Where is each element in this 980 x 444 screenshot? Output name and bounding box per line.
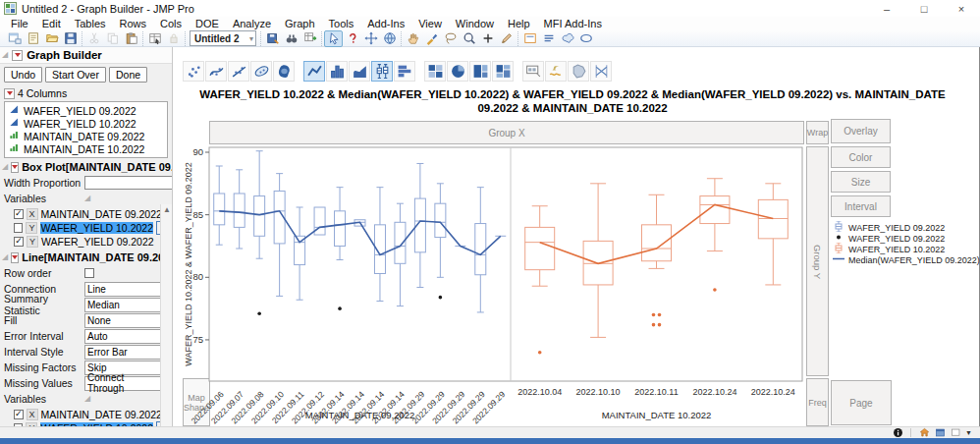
paste-icon[interactable]: [122, 30, 140, 47]
legend-item[interactable]: WAFER_YIELD 10.2022: [833, 244, 980, 254]
palette-contour-icon[interactable]: [273, 61, 295, 82]
size-zone[interactable]: Size: [831, 171, 891, 193]
undo-button[interactable]: Undo: [4, 67, 42, 83]
legend-item[interactable]: WAFER_YIELD 09.2022: [833, 222, 980, 233]
checked-checkbox[interactable]: ✓: [14, 209, 24, 219]
menu-item-tools[interactable]: Tools: [322, 17, 361, 30]
red-triangle-menu-icon[interactable]: [4, 88, 15, 99]
binoculars-icon[interactable]: [282, 30, 300, 47]
variable-row[interactable]: ✓XMAINTAIN_DATE 09.2022⬆: [0, 408, 172, 420]
annotate-lines-icon[interactable]: [539, 30, 558, 47]
grabber-hand-icon[interactable]: [404, 30, 422, 47]
legend-item[interactable]: WAFER_YIELD 09.2022: [833, 233, 980, 244]
collapse-triangle-icon[interactable]: ◢: [84, 395, 90, 403]
globe-icon[interactable]: [380, 30, 399, 47]
palette-map-shapes-icon[interactable]: [568, 61, 589, 82]
menu-item-view[interactable]: View: [411, 17, 449, 30]
menu-item-rows[interactable]: Rows: [113, 17, 154, 30]
palette-heatmap-icon[interactable]: [424, 61, 446, 82]
panel-scrollbar[interactable]: ▲ ▼: [160, 204, 173, 426]
wrap-zone[interactable]: Wrap: [806, 121, 829, 144]
menu-item-add-ins[interactable]: Add-Ins: [360, 17, 411, 30]
palette-line-of-fit-icon[interactable]: [228, 61, 249, 82]
interval-zone[interactable]: Interval: [831, 195, 891, 217]
variable-row[interactable]: ✓XMAINTAIN_DATE 09.2022⬆: [0, 207, 172, 220]
column-item[interactable]: WAFER_YIELD 10.2022: [5, 117, 167, 130]
palette-bar-icon[interactable]: [326, 61, 348, 82]
color-zone[interactable]: Color: [831, 146, 891, 168]
checked-checkbox[interactable]: ✓: [14, 410, 24, 419]
palette-points-icon[interactable]: [183, 61, 204, 82]
collapse-triangle-icon[interactable]: ◢: [84, 194, 90, 202]
start-over-button[interactable]: Start Over: [45, 67, 106, 83]
open-folder-icon[interactable]: [42, 30, 61, 47]
done-button[interactable]: Done: [109, 67, 147, 83]
row-order-checkbox[interactable]: [84, 268, 94, 278]
info-icon[interactable]: [892, 427, 903, 438]
annotate-rect-icon[interactable]: [520, 30, 539, 47]
width-proportion-input[interactable]: [84, 176, 173, 190]
close-button[interactable]: ×: [943, 0, 980, 17]
menu-item-cols[interactable]: Cols: [153, 17, 189, 30]
scroll-up-icon[interactable]: ▲: [161, 204, 173, 215]
menu-item-tables[interactable]: Tables: [68, 17, 113, 30]
connection-dropdown[interactable]: Line˅: [84, 282, 168, 297]
unchecked-checkbox[interactable]: [14, 223, 23, 233]
save-session-icon[interactable]: [263, 30, 282, 47]
palette-area-icon[interactable]: [349, 61, 370, 82]
plus-crosshair-icon[interactable]: [478, 30, 497, 47]
menu-item-edit[interactable]: Edit: [35, 17, 68, 30]
variable-row[interactable]: YWAFER_YIELD 10.2022⬇: [0, 221, 172, 234]
palette-smoother-icon[interactable]: [205, 61, 227, 82]
annotate-oval-icon[interactable]: [576, 30, 595, 47]
menu-item-window[interactable]: Window: [449, 17, 501, 30]
lock-icon[interactable]: [164, 30, 183, 47]
group-x-zone[interactable]: Group X: [209, 121, 804, 144]
checked-checkbox[interactable]: ✓: [14, 237, 24, 247]
menu-item-file[interactable]: File: [4, 17, 35, 30]
magnifier-icon[interactable]: [460, 30, 478, 47]
move-crosshair-icon[interactable]: [361, 30, 380, 47]
menu-item-analyze[interactable]: Analyze: [226, 17, 278, 30]
palette-mosaic-icon[interactable]: [492, 61, 514, 82]
arrow-cursor-icon[interactable]: [324, 30, 343, 47]
menu-item-graph[interactable]: Graph: [278, 17, 322, 30]
copy-icon[interactable]: [103, 30, 122, 47]
page-zone[interactable]: Page: [831, 380, 892, 425]
new-data-view-icon[interactable]: [300, 30, 319, 47]
palette-histogram-icon[interactable]: [394, 61, 415, 82]
legend-item[interactable]: Median(WAFER_YIELD 09.2022): [833, 254, 980, 265]
column-item[interactable]: MAINTAIN_DATE 09.2022: [5, 130, 167, 142]
window-status-icon[interactable]: [934, 427, 946, 438]
new-journal-icon[interactable]: [24, 30, 42, 47]
help-question-icon[interactable]: [343, 30, 361, 47]
pen-icon[interactable]: [497, 30, 516, 47]
interval-style-dropdown[interactable]: Error Bar˅: [84, 345, 168, 360]
error-interval-dropdown[interactable]: Auto˅: [84, 329, 168, 344]
document-combo[interactable]: Untitled 2▾: [190, 30, 256, 46]
maximize-button[interactable]: □: [905, 0, 943, 17]
summary-statistic-dropdown[interactable]: Median˅: [84, 298, 168, 312]
box-plot-chart[interactable]: 90858075WAFER_YIELD 10.2022 & WAFER_YIEL…: [181, 144, 829, 439]
overlay-zone[interactable]: Overlay: [831, 119, 891, 143]
column-item[interactable]: MAINTAIN_DATE 10.2022: [5, 142, 167, 155]
menu-item-mfi-add-ins[interactable]: MFI Add-Ins: [537, 17, 609, 30]
cut-icon[interactable]: [84, 30, 103, 47]
save-icon[interactable]: [61, 30, 80, 47]
layout-select-icon[interactable]: [950, 427, 961, 438]
collapse-triangle-icon[interactable]: ◢: [2, 51, 8, 59]
minimize-button[interactable]: –: [868, 0, 905, 17]
new-window-icon[interactable]: [5, 30, 24, 47]
palette-caption-box-icon[interactable]: [522, 61, 544, 82]
red-triangle-menu-icon[interactable]: [11, 162, 19, 173]
palette-formula-icon[interactable]: [545, 61, 567, 82]
collapse-triangle-icon[interactable]: ◢: [2, 253, 8, 261]
selection-table-icon[interactable]: [145, 30, 164, 47]
red-triangle-menu-icon[interactable]: [12, 50, 23, 61]
fill-dropdown[interactable]: None˅: [84, 313, 168, 328]
lasso-icon[interactable]: [441, 30, 460, 47]
brush-icon[interactable]: [422, 30, 441, 47]
palette-ellipse-icon[interactable]: [250, 61, 272, 82]
collapse-triangle-icon[interactable]: ◢: [2, 163, 8, 171]
chevron-down-icon[interactable]: ▼: [965, 429, 972, 436]
